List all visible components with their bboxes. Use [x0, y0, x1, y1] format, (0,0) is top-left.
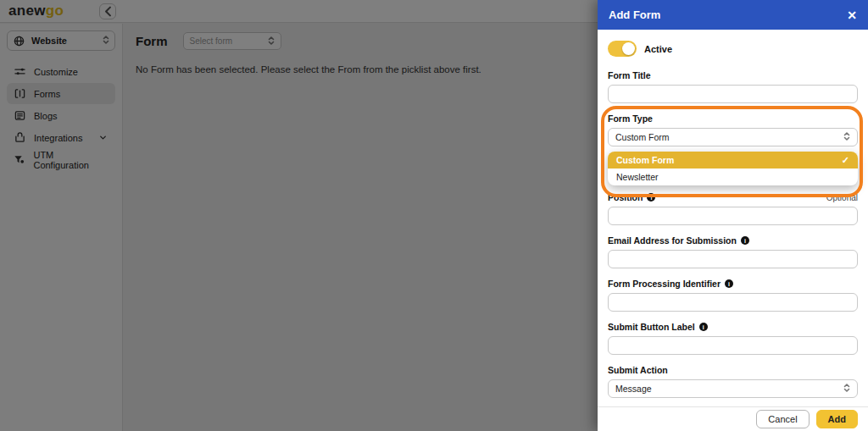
active-toggle[interactable] — [608, 41, 637, 57]
updown-chevron-icon — [843, 381, 850, 396]
submit-action-select-value: Message — [615, 384, 652, 394]
optional-badge: Optional — [826, 193, 858, 202]
form-type-dropdown: Custom Form ✓ Newsletter — [608, 152, 858, 185]
modal-footer: Cancel Add — [598, 406, 868, 431]
add-form-modal: Add Form ✕ Active Form Title Form Type C… — [598, 0, 868, 431]
app-root: anewgo Website Customize Forms — [0, 0, 868, 431]
modal-body: Active Form Title Form Type Custom Form … — [598, 30, 868, 406]
active-toggle-label: Active — [644, 44, 672, 54]
form-type-select[interactable]: Custom Form — [608, 128, 858, 146]
form-type-select-value: Custom Form — [615, 132, 670, 142]
info-icon: i — [725, 279, 733, 288]
close-icon[interactable]: ✕ — [847, 9, 857, 21]
modal-title: Add Form — [609, 8, 660, 21]
form-title-label: Form Title — [608, 70, 858, 80]
position-input[interactable] — [608, 207, 858, 225]
dropdown-option-newsletter[interactable]: Newsletter — [608, 169, 858, 185]
dropdown-option-custom-form[interactable]: Custom Form ✓ — [608, 152, 858, 169]
form-type-label: Form Type — [608, 113, 858, 124]
updown-chevron-icon — [843, 130, 850, 145]
cancel-button[interactable]: Cancel — [756, 410, 809, 428]
check-icon: ✓ — [842, 155, 849, 166]
form-processing-identifier-label: Form Processing Identifier i — [608, 279, 858, 289]
submit-button-label-label: Submit Button Label i — [608, 322, 858, 332]
modal-header: Add Form ✕ — [598, 0, 868, 30]
submit-action-label: Submit Action — [608, 365, 858, 375]
email-for-submission-input[interactable] — [608, 250, 858, 268]
position-label-text: Position — [608, 192, 643, 202]
dropdown-option-label: Newsletter — [616, 172, 659, 182]
add-button[interactable]: Add — [816, 410, 858, 428]
dropdown-option-label: Custom Form — [616, 155, 674, 165]
email-for-submission-label: Email Address for Submission i — [608, 235, 858, 246]
info-icon: i — [741, 236, 749, 245]
toggle-knob — [622, 42, 635, 55]
submit-label-text: Submit Button Label — [608, 322, 695, 332]
form-title-input[interactable] — [608, 85, 858, 103]
email-label-text: Email Address for Submission — [608, 235, 737, 246]
identifier-label-text: Form Processing Identifier — [608, 279, 721, 289]
info-icon: i — [699, 323, 708, 331]
submit-action-select[interactable]: Message — [608, 379, 858, 398]
form-type-group: Form Type Custom Form Custom Form ✓ News… — [608, 113, 858, 185]
submit-button-label-input[interactable] — [608, 336, 858, 355]
form-processing-identifier-input[interactable] — [608, 293, 858, 312]
position-label: Position i Optional — [608, 192, 858, 202]
info-icon: i — [647, 193, 655, 202]
